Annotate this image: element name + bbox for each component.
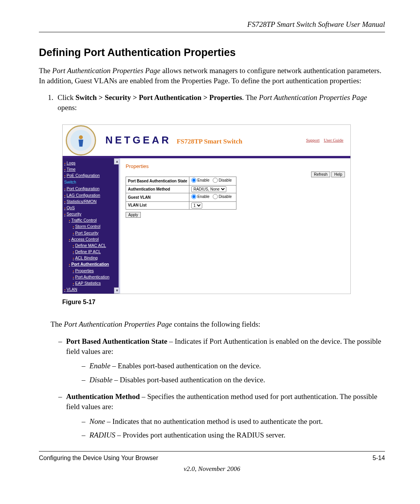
pbas-disable-radio[interactable] <box>213 178 218 183</box>
sidebar-item-eap[interactable]: EAP Statistics <box>64 280 119 286</box>
field-pbas-opt-disable: Disable – Disables port-based authentica… <box>82 373 385 387</box>
pbas-enable-radio[interactable] <box>191 178 196 183</box>
auth-method-select[interactable]: RADIUS, None <box>191 186 226 192</box>
screenshot: NETGEAR FS728TP Smart Switch Support Use… <box>62 124 351 294</box>
intro-pageref: Port Authentication Properties Page <box>52 66 160 75</box>
gvlan-enable-radio[interactable] <box>191 194 196 199</box>
sidebar-item-portauth[interactable]: Port Authentication <box>64 261 119 267</box>
footer-page: 5-14 <box>373 454 385 462</box>
fields-intro: The Port Authentication Properties Page … <box>39 319 385 329</box>
scroll-up-icon[interactable]: ▲ <box>114 158 120 164</box>
pbas-disable-label: Disable <box>219 178 231 183</box>
footer-version: v2.0, November 2006 <box>39 465 385 474</box>
step1-suffix: opens: <box>58 103 77 112</box>
rule-bottom <box>39 451 385 452</box>
gvlan-disable-label: Disable <box>219 194 231 200</box>
footer: Configuring the Device Using Your Browse… <box>39 454 385 462</box>
figure-caption: Figure 5-17 <box>62 298 385 306</box>
sidebar-item-logs[interactable]: Logs <box>64 160 119 166</box>
header-links: Support User Guide <box>303 137 343 143</box>
field-auth-opt-radius: RADIUS – Provides port authentication us… <box>82 429 385 443</box>
fields-intro-pre: The <box>51 320 64 328</box>
gvlan-disable-radio[interactable] <box>213 194 218 199</box>
sidebar-item-ipacl[interactable]: Define IP ACL <box>64 248 119 255</box>
sidebar-item-properties[interactable]: Properties <box>64 268 119 274</box>
page-heading: Defining Port Authentication Properties <box>39 46 385 60</box>
sidebar-item-portauth2[interactable]: Port Authentication <box>64 274 119 280</box>
footer-left: Configuring the Device Using Your Browse… <box>39 454 158 462</box>
sidebar-item-poe[interactable]: PoE Configuration <box>64 172 119 178</box>
properties-table: Port Based Authentication State Enable D… <box>126 177 236 210</box>
content-pane: Properties Refresh Help Port Based Authe… <box>120 158 350 294</box>
sidebar-item-security[interactable]: Security <box>64 211 119 217</box>
field-auth: Authentication Method – Specifies the au… <box>58 390 385 446</box>
step-1: Click Switch > Security > Port Authentic… <box>55 93 385 112</box>
field-auth-name: Authentication Method <box>66 392 140 401</box>
rule-top <box>39 32 385 32</box>
opt-disable-term: Disable <box>89 376 112 384</box>
step1-prefix: Click <box>58 93 75 102</box>
sidebar-section-switch: Switch <box>64 178 119 186</box>
screenshot-header: NETGEAR FS728TP Smart Switch Support Use… <box>63 125 350 158</box>
svg-point-0 <box>79 135 83 139</box>
row-vlist-label: VLAN List <box>126 201 189 209</box>
intro-paragraph: The Port Authentication Properties Page … <box>39 66 385 86</box>
opt-none-desc: – Indicates that no authentication metho… <box>105 417 323 425</box>
scroll-down-icon[interactable]: ▼ <box>114 287 120 294</box>
sidebar-item-portsec[interactable]: Port Security <box>64 230 119 236</box>
apply-button[interactable]: Apply <box>126 212 141 218</box>
opt-enable-term: Enable <box>89 362 110 370</box>
row-gvlan-label: Guest VLAN <box>126 193 189 201</box>
field-pbas: Port Based Authentication State – Indica… <box>58 335 385 390</box>
sidebar-item-portconfig[interactable]: Port Configuration <box>64 186 119 192</box>
row-auth-label: Authentication Method <box>126 185 189 193</box>
brand-name: NETGEAR <box>105 133 171 147</box>
pbas-enable-label: Enable <box>197 178 209 183</box>
vlan-list-select[interactable]: 1 <box>191 203 202 208</box>
step1-mid: . The <box>242 93 259 102</box>
opt-enable-desc: – Enables port-based authentication on t… <box>110 362 261 370</box>
row-pbas-label: Port Based Authentication State <box>126 177 189 186</box>
netgear-logo-icon <box>66 125 96 156</box>
fields-intro-pageref: Port Authentication Properties Page <box>64 320 172 328</box>
sidebar-item-traffic[interactable]: Traffic Control <box>64 217 119 223</box>
manual-title: FS728TP Smart Switch Software User Manua… <box>39 19 385 30</box>
intro-pre: The <box>39 66 52 75</box>
product-title: FS728TP Smart Switch <box>177 137 242 146</box>
sidebar-item-monitor[interactable]: Monitor <box>64 292 119 293</box>
sidebar-item-macacl[interactable]: Define MAC ACL <box>64 242 119 248</box>
sidebar-item-aclbind[interactable]: ACL Binding <box>64 255 119 261</box>
field-pbas-opt-enable: Enable – Enables port-based authenticati… <box>82 359 385 373</box>
pane-title: Properties <box>126 163 345 170</box>
opt-none-term: None <box>89 417 105 425</box>
step1-path: Switch > Security > Port Authentication … <box>75 93 242 102</box>
help-button[interactable]: Help <box>331 172 345 177</box>
field-auth-opt-none: None – Indicates that no authentication … <box>82 415 385 429</box>
sidebar-item-lag[interactable]: LAG Configuration <box>64 192 119 198</box>
sidebar-item-time[interactable]: Time <box>64 166 119 172</box>
opt-radius-term: RADIUS <box>89 431 115 439</box>
sidebar: ▲ Logs Time PoE Configuration Switch Por… <box>63 158 120 294</box>
fields-intro-post: contains the following fields: <box>172 320 260 328</box>
gvlan-enable-label: Enable <box>197 194 209 200</box>
steps-list: Click Switch > Security > Port Authentic… <box>39 93 385 112</box>
fields-list: Port Based Authentication State – Indica… <box>39 335 385 446</box>
step1-pageref: Port Authentication Properties Page <box>259 93 367 102</box>
refresh-button[interactable]: Refresh <box>311 172 330 177</box>
sidebar-item-access[interactable]: Access Control <box>64 236 119 242</box>
sidebar-item-storm[interactable]: Storm Control <box>64 223 119 229</box>
field-pbas-name: Port Based Authentication State <box>66 337 167 345</box>
user-guide-link[interactable]: User Guide <box>324 138 343 142</box>
sidebar-item-stats[interactable]: Statistics/RMON <box>64 198 119 205</box>
support-link[interactable]: Support <box>306 138 320 142</box>
sidebar-item-qos[interactable]: QoS <box>64 205 119 211</box>
opt-disable-desc: – Disables port-based authentication on … <box>112 376 265 384</box>
row-pbas-value: Enable Disable <box>189 177 236 186</box>
opt-radius-desc: – Provides port authentication using the… <box>115 431 285 439</box>
sidebar-item-vlan[interactable]: VLAN <box>64 286 119 292</box>
